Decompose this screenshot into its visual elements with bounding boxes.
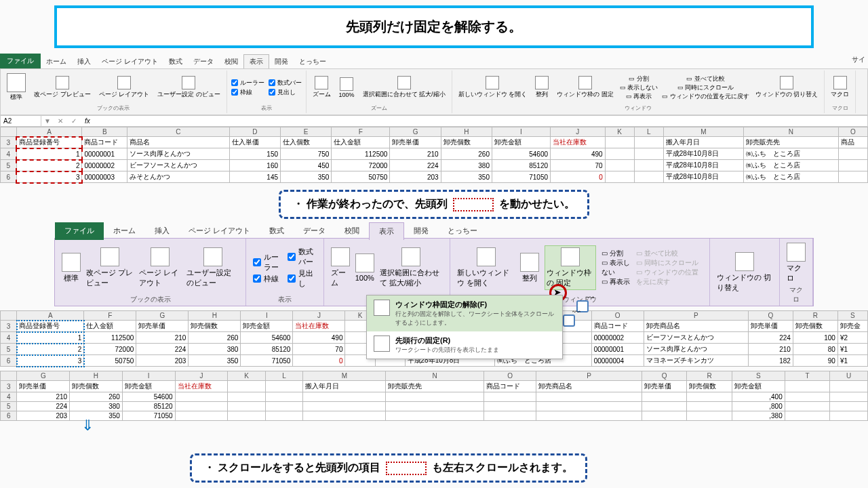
z-tab-page-layout[interactable]: ページ レイアウト — [179, 222, 260, 240]
tab-view[interactable]: 表示 — [243, 54, 269, 68]
btn-reset-pos[interactable]: ▭ ウィンドウの位置を元に戻す — [662, 92, 749, 101]
btn-zoom-selection[interactable]: 選択範囲に合わせて 拡大/縮小 — [361, 75, 448, 100]
click-icon-2: 〰 — [563, 314, 575, 327]
z-normal[interactable]: 標準 — [62, 253, 81, 283]
z-page-break[interactable]: 改ページ プレビュー — [86, 247, 134, 288]
name-box[interactable]: A2 — [1, 116, 41, 126]
btn-page-layout[interactable]: ページ レイアウト — [97, 75, 152, 100]
btn-hide[interactable]: ▭ 表示しない — [620, 83, 658, 92]
callout-2: ・ スクロールをすると先頭列の項目 も左右スクロールされます。 — [190, 453, 587, 483]
btn-freeze[interactable]: ウィンドウ枠の 固定 — [555, 75, 616, 100]
btn-sidebyside[interactable]: ▭ 並べて比較 — [662, 75, 749, 83]
chk-headings[interactable]: 見出し — [269, 88, 302, 97]
blank-box-2 — [386, 462, 427, 475]
z-unhide[interactable]: ▭ 再表示 — [601, 277, 631, 287]
tab-page-layout[interactable]: ページ レイアウト — [96, 55, 163, 68]
z-zoom[interactable]: ズーム — [331, 247, 350, 288]
z-hide[interactable]: ▭ 表示しない — [601, 258, 631, 277]
z-split[interactable]: ▭ 分割 — [601, 249, 631, 258]
tab-review[interactable]: 校閲 — [219, 55, 243, 68]
grid-top[interactable]: ABCDEFGHIJKLMNO 3商品登録番号商品コード商品名仕入単価仕入個数仕… — [0, 127, 868, 183]
chk-ruler[interactable]: ルーラー — [231, 79, 264, 87]
btn-page-break[interactable]: 改ページ プレビュー — [32, 75, 93, 100]
fx-icon[interactable]: fx — [81, 117, 94, 125]
signin-label[interactable]: サイ — [852, 55, 865, 64]
grid-bottom[interactable]: GHIJKLMNOPQRSTU 3卸売単価卸売個数卸売金額当社在庫数搬入年月日卸… — [0, 371, 868, 421]
freeze-dropdown: ウィンドウ枠固定の解除(F)行と列の固定を解除して、ワークシート全体をスクロール… — [366, 295, 563, 359]
title-text: 先頭列だけ固定を解除する。 — [346, 19, 522, 34]
btn-zoom[interactable]: ズーム — [311, 75, 333, 100]
z-tab-view[interactable]: 表示 — [369, 222, 404, 240]
z-sidebyside: ▭ 並べて比較 — [636, 249, 703, 258]
z-tab-developer[interactable]: 開発 — [404, 222, 438, 240]
ribbon-top: サイ ファイル ホーム 挿入 ページ レイアウト 数式 データ 校閲 表示 開発… — [0, 54, 868, 183]
z-tab-formulas[interactable]: 数式 — [260, 222, 294, 240]
scroll-arrow-icon: ⇓ — [81, 417, 94, 434]
tab-home[interactable]: ホーム — [41, 55, 72, 68]
btn-custom-views[interactable]: ユーザー設定 のビュー — [155, 75, 222, 100]
btn-sync-scroll[interactable]: ▭ 同時にスクロール — [662, 83, 749, 92]
z-chk-ruler[interactable]: ルーラー — [253, 252, 282, 272]
tab-data[interactable]: データ — [188, 55, 219, 68]
chk-formula-bar[interactable]: 数式バー — [269, 79, 302, 87]
tab-formulas[interactable]: 数式 — [163, 55, 188, 68]
z-macros[interactable]: マクロ — [787, 243, 806, 283]
z-chk-formula-bar[interactable]: 数式バー — [288, 247, 317, 267]
z-page-layout[interactable]: ページ レイアウト — [139, 247, 181, 288]
btn-normal[interactable]: 標準 — [5, 72, 28, 103]
title-banner: 先頭列だけ固定を解除する。 — [54, 5, 814, 48]
btn-switch-windows[interactable]: ウィンドウの 切り替え — [753, 75, 821, 100]
z-reset: ▭ ウィンドウの位置を元に戻す — [636, 268, 703, 287]
z-sync: ▭ 同時にスクロール — [636, 258, 703, 268]
z-chk-headings[interactable]: 見出し — [288, 268, 317, 289]
btn-100[interactable]: 100% — [337, 76, 357, 100]
unfreeze-icon — [374, 300, 390, 316]
tab-insert[interactable]: 挿入 — [72, 55, 96, 68]
z-tab-review[interactable]: 校閲 — [335, 222, 369, 240]
z-tab-insert[interactable]: 挿入 — [145, 222, 179, 240]
z-zoom-sel[interactable]: 選択範囲に合わせて 拡大/縮小 — [380, 247, 443, 288]
tab-file[interactable]: ファイル — [0, 54, 41, 68]
tab-tocchi[interactable]: とっちー — [294, 55, 332, 68]
z-chk-gridlines[interactable]: 枠線 — [253, 274, 282, 284]
freeze-unfreeze-item[interactable]: ウィンドウ枠固定の解除(F)行と列の固定を解除して、ワークシート全体をスクロール… — [367, 296, 562, 331]
chk-gridlines[interactable]: 枠線 — [231, 88, 264, 97]
freeze-top-row-item[interactable]: 先頭行の固定(R)ワークシートの先頭行を表示したまま — [367, 331, 562, 359]
callout-1: ・ 作業が終わったので、先頭列 を動かせたい。 — [279, 190, 589, 219]
z-100[interactable]: 100% — [355, 253, 374, 282]
tab-developer[interactable]: 開発 — [269, 55, 294, 68]
z-tab-file[interactable]: ファイル — [55, 222, 104, 240]
blank-box-1 — [453, 198, 494, 211]
z-switch-windows[interactable]: ウィンドウの 切り替え — [717, 252, 773, 293]
btn-new-window[interactable]: 新しいウィンドウ を開く — [456, 75, 530, 100]
z-arrange[interactable]: 整列 — [520, 253, 539, 283]
btn-arrange[interactable]: 整列 — [533, 75, 551, 100]
z-custom-views[interactable]: ユーザー設定 のビュー — [186, 247, 239, 288]
z-new-window[interactable]: 新しいウィンドウ を開く — [457, 247, 515, 288]
z-tab-home[interactable]: ホーム — [104, 222, 145, 240]
z-tab-data[interactable]: データ — [294, 222, 335, 240]
btn-split[interactable]: ▭ 分割 — [620, 75, 658, 83]
freeze-top-row-icon — [374, 336, 390, 352]
btn-macros[interactable]: マクロ — [829, 75, 851, 100]
z-tab-tocchi[interactable]: とっちー — [438, 222, 487, 240]
btn-unhide[interactable]: ▭ 再表示 — [620, 92, 658, 101]
